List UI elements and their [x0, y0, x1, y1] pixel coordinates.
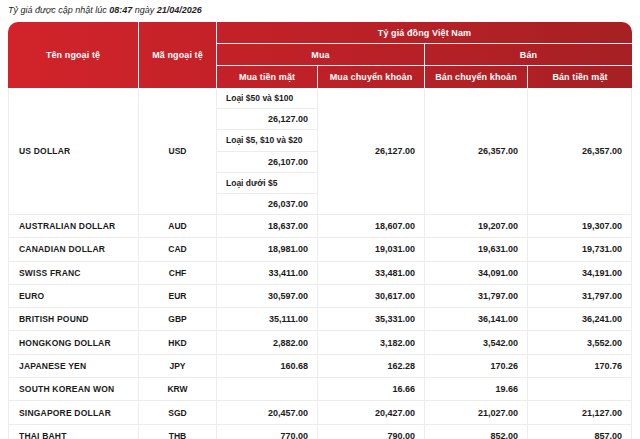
- table-row: JAPANESE YENJPY160.68162.28170.26170.76: [9, 355, 631, 378]
- currency-code: CAD: [139, 238, 217, 260]
- sell-cash-value: 26,357.00: [528, 88, 631, 214]
- currency-code: SGD: [139, 401, 217, 423]
- usd-tier-label: Loại $50 và $100: [217, 88, 317, 109]
- buy-transfer-value: 18,607.00: [318, 215, 425, 237]
- table-row: BRITISH POUNDGBP35,111.0035,331.0036,141…: [9, 308, 631, 331]
- table-body: US DOLLAR USD Loại $50 và $10026,127.00L…: [8, 88, 632, 439]
- currency-code: GBP: [139, 308, 217, 330]
- sell-transfer-value: 31,797.00: [425, 285, 528, 307]
- sell-transfer-value: 19.66: [425, 378, 528, 400]
- table-row: EUROEUR30,597.0030,617.0031,797.0031,797…: [9, 285, 631, 308]
- currency-name: HONGKONG DOLLAR: [9, 331, 139, 353]
- currency-name: EURO: [9, 285, 139, 307]
- buy-transfer-value: 162.28: [318, 355, 425, 377]
- currency-name: SINGAPORE DOLLAR: [9, 401, 139, 423]
- buy-cash-value: 160.68: [217, 355, 318, 377]
- table-row: HONGKONG DOLLARHKD2,882.003,182.003,542.…: [9, 331, 631, 354]
- currency-name: CANADIAN DOLLAR: [9, 238, 139, 260]
- update-note-prefix: Tỷ giá được cập nhật lúc: [8, 5, 107, 15]
- buy-transfer-value: 790.00: [318, 425, 425, 439]
- exchange-rate-table: Tên ngoại tệ Mã ngoại tệ Tỷ giá đồng Việ…: [8, 22, 632, 439]
- currency-name: THAI BAHT: [9, 425, 139, 439]
- table-row: SWISS FRANCCHF33,411.0033,481.0034,091.0…: [9, 262, 631, 285]
- sell-cash-value: 857.00: [528, 425, 631, 439]
- sell-transfer-value: 34,091.00: [425, 262, 528, 284]
- header-vnd-rate: Tỷ giá đồng Việt Nam: [217, 22, 632, 44]
- table-row: THAI BAHTTHB770.00790.00852.00857.00: [9, 425, 631, 439]
- header-buy-cash: Mua tiền mặt: [217, 66, 318, 88]
- currency-name: US DOLLAR: [9, 88, 139, 214]
- sell-cash-value: 170.76: [528, 355, 631, 377]
- table-row: SOUTH KOREAN WONKRW16.6619.66: [9, 378, 631, 401]
- header-currency-code: Mã ngoại tệ: [139, 22, 217, 88]
- sell-transfer-value: 36,141.00: [425, 308, 528, 330]
- buy-cash-value: 35,111.00: [217, 308, 318, 330]
- buy-transfer-value: 26,127.00: [318, 88, 425, 214]
- update-date: 21/04/2026: [157, 5, 202, 15]
- header-buy-transfer: Mua chuyển khoản: [318, 66, 425, 88]
- buy-cash-value: 18,981.00: [217, 238, 318, 260]
- sell-transfer-value: 3,542.00: [425, 331, 528, 353]
- buy-transfer-value: 33,481.00: [318, 262, 425, 284]
- buy-cash-value: 770.00: [217, 425, 318, 439]
- buy-transfer-value: 30,617.00: [318, 285, 425, 307]
- sell-transfer-value: 26,357.00: [425, 88, 528, 214]
- exchange-rates-page: Tỷ giá được cập nhật lúc 08:47 ngày 21/0…: [0, 0, 640, 439]
- usd-tier-label: Loại dưới $5: [217, 173, 317, 194]
- table-row: CANADIAN DOLLARCAD18,981.0019,031.0019,6…: [9, 238, 631, 261]
- header-currency-name: Tên ngoại tệ: [8, 22, 139, 88]
- currency-code: CHF: [139, 262, 217, 284]
- sell-cash-value: 36,241.00: [528, 308, 631, 330]
- table-row: AUSTRALIAN DOLLARAUD18,637.0018,607.0019…: [9, 215, 631, 238]
- currency-code: KRW: [139, 378, 217, 400]
- sell-transfer-value: 21,027.00: [425, 401, 528, 423]
- header-sell: Bán: [425, 44, 632, 66]
- currency-code: USD: [139, 88, 217, 214]
- buy-cash-value: 18,637.00: [217, 215, 318, 237]
- currency-name: SOUTH KOREAN WON: [9, 378, 139, 400]
- buy-transfer-value: 35,331.00: [318, 308, 425, 330]
- buy-transfer-value: 19,031.00: [318, 238, 425, 260]
- currency-code: AUD: [139, 215, 217, 237]
- sell-cash-value: 19,307.00: [528, 215, 631, 237]
- buy-transfer-value: 3,182.00: [318, 331, 425, 353]
- currency-code: JPY: [139, 355, 217, 377]
- usd-row: US DOLLAR USD Loại $50 và $10026,127.00L…: [9, 88, 631, 215]
- buy-transfer-value: 16.66: [318, 378, 425, 400]
- buy-cash-value: 2,882.00: [217, 331, 318, 353]
- header-buy: Mua: [217, 44, 425, 66]
- update-note: Tỷ giá được cập nhật lúc 08:47 ngày 21/0…: [8, 4, 632, 16]
- sell-cash-value: 21,127.00: [528, 401, 631, 423]
- sell-transfer-value: 170.26: [425, 355, 528, 377]
- update-time: 08:47: [109, 5, 132, 15]
- usd-tier-value: 26,127.00: [217, 109, 317, 130]
- buy-cash-value: 33,411.00: [217, 262, 318, 284]
- sell-transfer-value: 852.00: [425, 425, 528, 439]
- currency-code: EUR: [139, 285, 217, 307]
- update-note-middle: ngày: [135, 5, 155, 15]
- currency-name: SWISS FRANC: [9, 262, 139, 284]
- currency-name: JAPANESE YEN: [9, 355, 139, 377]
- usd-tier-value: 26,107.00: [217, 152, 317, 173]
- sell-cash-value: 19,731.00: [528, 238, 631, 260]
- usd-tier-label: Loại $5, $10 và $20: [217, 130, 317, 151]
- buy-cash-value: 20,457.00: [217, 401, 318, 423]
- buy-cash-value: [217, 378, 318, 400]
- currency-rows: AUSTRALIAN DOLLARAUD18,637.0018,607.0019…: [9, 215, 631, 439]
- currency-name: AUSTRALIAN DOLLAR: [9, 215, 139, 237]
- currency-code: HKD: [139, 331, 217, 353]
- usd-tier-value: 26,037.00: [217, 194, 317, 214]
- sell-cash-value: 3,552.00: [528, 331, 631, 353]
- buy-cash-value: 30,597.00: [217, 285, 318, 307]
- currency-code: THB: [139, 425, 217, 439]
- usd-cash-tiers: Loại $50 và $10026,127.00Loại $5, $10 và…: [217, 88, 318, 214]
- sell-cash-value: [528, 378, 631, 400]
- header-sell-cash: Bán tiền mặt: [528, 66, 632, 88]
- sell-transfer-value: 19,631.00: [425, 238, 528, 260]
- sell-cash-value: 31,797.00: [528, 285, 631, 307]
- buy-transfer-value: 20,427.00: [318, 401, 425, 423]
- table-header: Tên ngoại tệ Mã ngoại tệ Tỷ giá đồng Việ…: [8, 22, 632, 88]
- currency-name: BRITISH POUND: [9, 308, 139, 330]
- sell-transfer-value: 19,207.00: [425, 215, 528, 237]
- table-row: SINGAPORE DOLLARSGD20,457.0020,427.0021,…: [9, 401, 631, 424]
